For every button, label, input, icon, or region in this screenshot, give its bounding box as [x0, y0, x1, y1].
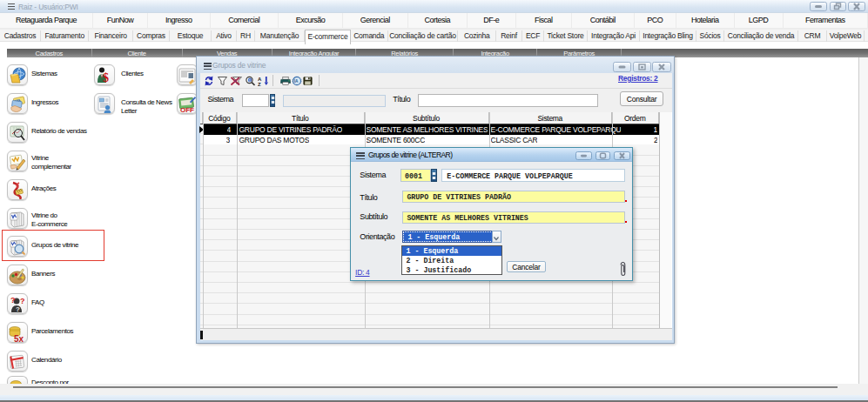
svg-text:IA: IA	[294, 79, 299, 84]
svg-text:5x: 5x	[14, 334, 24, 343]
svg-text:Z: Z	[258, 82, 261, 87]
svg-text:$: $	[103, 71, 109, 84]
svg-text:OFF: OFF	[180, 106, 194, 114]
svg-text:?: ?	[16, 305, 20, 313]
svg-text:?: ?	[20, 297, 25, 305]
svg-text:?: ?	[10, 296, 16, 305]
